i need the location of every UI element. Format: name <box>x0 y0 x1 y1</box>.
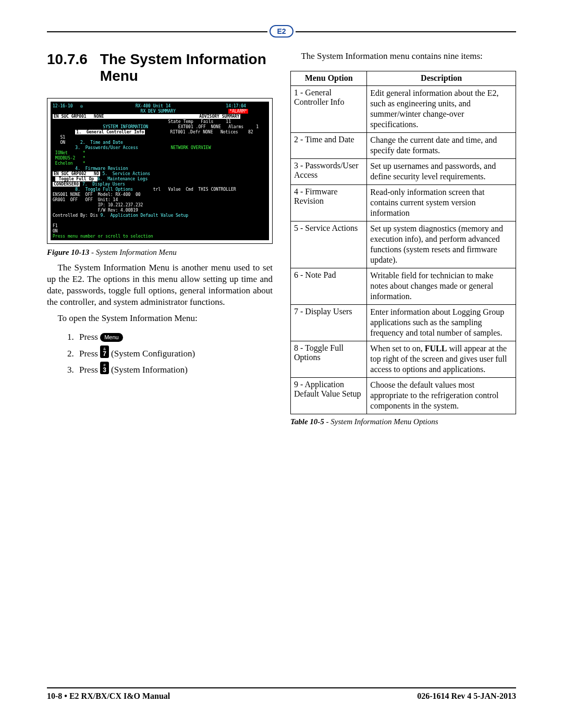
cell-option: 5 - Service Actions <box>291 221 367 268</box>
term-hint: Press menu number or scroll to selection <box>53 234 153 239</box>
cell-option: 2 - Time and Date <box>291 133 367 159</box>
cell-description: Set up system diagnostics (memory and ex… <box>367 221 516 268</box>
open-instruction: To open the System Information Menu: <box>47 313 273 324</box>
term-f1: F1 ON <box>53 224 58 233</box>
page-footer: 10-8 • E2 RX/BX/CX I&O Manual 026-1614 R… <box>47 687 516 701</box>
term-s1: S1 ON <box>53 135 65 145</box>
term-item-2: 2. Time and Date <box>80 140 123 145</box>
table-caption-text: System Information Menu Options <box>331 417 438 426</box>
right-intro: The System Information menu contains nin… <box>290 51 516 61</box>
cell-description: Change the current date and time, and sp… <box>367 133 516 159</box>
col-header-option: Menu Option <box>291 71 367 86</box>
footer-right: 026-1614 Rev 4 5-JAN-2013 <box>417 692 516 701</box>
term-rit: RIT001 .Defr NONE Notices 82 <box>170 130 253 134</box>
key-3-icon: #3 <box>100 362 109 374</box>
section-number: 10.7.6 <box>47 51 88 84</box>
section-heading: 10.7.6 The System Information Menu <box>47 51 273 84</box>
term-item-3: 3. Passwords/User Access <box>75 145 138 150</box>
footer-left: 10-8 • E2 RX/BX/CX I&O Manual <box>47 692 170 701</box>
cell-description: Edit general information about the E2, s… <box>367 86 516 133</box>
figure-caption-text: System Information Menu <box>96 248 177 256</box>
step-2: Press &7 (System Configuration) <box>76 346 273 362</box>
term-topline2: RX DEV SUMMARY <box>53 109 228 114</box>
col-header-desc: Description <box>367 71 516 86</box>
key-7-icon: &7 <box>100 346 109 358</box>
cell-description: Read-only information screen that contai… <box>367 185 516 221</box>
section-title-text: The System Information Menu <box>100 51 273 84</box>
table-row: 1 - General Controller InfoEdit general … <box>291 86 516 133</box>
menu-key-icon: Menu <box>100 333 123 342</box>
cell-option: 8 - Toggle Full Options <box>291 341 367 378</box>
table-row: 2 - Time and DateChange the current date… <box>291 133 516 159</box>
term-item-6: 6. Maintenance Logs <box>97 177 148 181</box>
svg-text:E2: E2 <box>277 27 286 35</box>
table-row: 5 - Service ActionsSet up system diagnos… <box>291 221 516 268</box>
terminal-screenshot: 12-16-10 ◎ RX-400 Unit 14 14:17:04 RX DE… <box>47 98 273 244</box>
cell-option: 7 - Display Users <box>291 305 367 341</box>
cell-description: When set to on, FULL will appear at the … <box>367 341 516 378</box>
table-row: 9 - Application Default Value SetupChoos… <box>291 378 516 414</box>
table-row: 3 - Passwords/User AccessSet up username… <box>291 159 516 185</box>
term-ctrlby: Controlled By: Dis <box>53 213 98 218</box>
term-item-8: 8. Toggle Full Options <box>75 187 133 192</box>
term-item-9: 9. Application Default Value Setup <box>101 213 189 218</box>
step-list: Press Menu Press &7 (System Configuratio… <box>47 329 273 378</box>
table-row: 6 - Note PadWritable field for technicia… <box>291 268 516 305</box>
table-caption: Table 10-5 - System Information Menu Opt… <box>290 417 516 426</box>
figure-label: Figure 10-13 <box>47 248 89 256</box>
e2-logo-icon: E2 <box>267 25 296 38</box>
term-state: State Temp Fails 11 <box>168 119 231 124</box>
term-item-5: 5. Service Actions <box>103 171 151 176</box>
menu-options-table: Menu Option Description 1 - General Cont… <box>290 71 516 414</box>
cell-option: 1 - General Controller Info <box>291 86 367 133</box>
header-rule: E2 <box>47 31 516 47</box>
term-ext: EXT001 .OFF NONE Alarms 1 <box>178 125 259 129</box>
cell-option: 4 - Firmware Revision <box>291 185 367 221</box>
step-3: Press #3 (System Information) <box>76 362 273 378</box>
table-row: 8 - Toggle Full OptionsWhen set to on, F… <box>291 341 516 378</box>
cell-option: 6 - Note Pad <box>291 268 367 305</box>
cell-option: 3 - Passwords/User Access <box>291 159 367 185</box>
term-alarm: *ALARM* <box>228 109 248 114</box>
term-item-7: 7. Display Users <box>82 182 125 187</box>
table-row: 7 - Display UsersEnter information about… <box>291 305 516 341</box>
term-ensuc2: EN SUC GRP002 NO <box>53 171 100 176</box>
term-menu-title: SYSTEM INFORMATION <box>78 125 173 129</box>
cell-description: Writable field for technician to make no… <box>367 268 516 305</box>
term-item-1: 1. General Controller Info <box>75 130 145 134</box>
cell-description: Enter information about Logging Group ap… <box>367 305 516 341</box>
figure-caption: Figure 10-13 - System Information Menu <box>47 248 273 257</box>
cell-description: Choose the default values most appropria… <box>367 378 516 414</box>
table-row: 4 - Firmware RevisionRead-only informati… <box>291 185 516 221</box>
cell-description: Set up usernames and passwords, and defi… <box>367 159 516 185</box>
left-column: 10.7.6 The System Information Menu 12-16… <box>47 51 273 431</box>
step-1: Press Menu <box>76 329 273 346</box>
term-item-4: 4. Firmware Revision <box>75 166 128 171</box>
term-cond: CONDENSER0 <box>53 182 80 187</box>
cell-option: 9 - Application Default Value Setup <box>291 378 367 414</box>
right-column: The System Information menu contains nin… <box>290 51 516 431</box>
table-label: Table 10-5 <box>290 417 324 426</box>
intro-paragraph: The System Information Menu is another m… <box>47 262 273 307</box>
term-rowhead: EN SUC GRP001 NONE ADVISORY SUMMARY <box>53 114 240 119</box>
term-topline: 12-16-10 ◎ RX-400 Unit 14 14:17:04 <box>53 104 246 108</box>
term-toggle: Toggle Full Op <box>55 177 97 181</box>
